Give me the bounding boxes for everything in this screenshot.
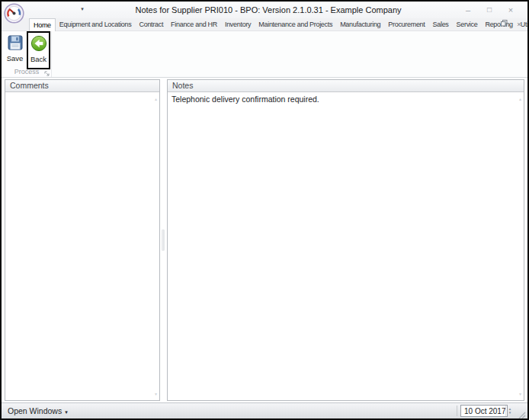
scroll-down-icon[interactable]: ▾ bbox=[519, 392, 521, 396]
tab-sales[interactable]: Sales bbox=[429, 18, 453, 30]
tab-maintenance-and-projects[interactable]: Maintenance and Projects bbox=[255, 18, 336, 30]
tab-finance-and-hr[interactable]: Finance and HR bbox=[167, 18, 221, 30]
comments-textarea[interactable] bbox=[5, 92, 159, 400]
minimize-icon: – bbox=[466, 5, 470, 14]
mdi-window-controls: – × bbox=[484, 20, 524, 29]
comments-panel: Comments ▴ ▾ bbox=[5, 79, 160, 401]
back-button-label: Back bbox=[30, 55, 46, 63]
close-button[interactable]: × bbox=[500, 2, 521, 18]
maximize-icon: □ bbox=[487, 5, 492, 14]
save-button-label: Save bbox=[7, 54, 24, 63]
notes-textarea[interactable]: Telephonic delivery confirmation require… bbox=[168, 92, 524, 400]
scroll-up-icon[interactable]: ▴ bbox=[155, 97, 157, 101]
notes-panel: Notes Telephonic delivery confirmation r… bbox=[167, 79, 524, 401]
tab-home[interactable]: Home bbox=[29, 18, 56, 31]
date-spinner: ▲ ▼ bbox=[505, 406, 513, 416]
tab-contract[interactable]: Contract bbox=[135, 18, 167, 30]
close-icon: × bbox=[517, 21, 521, 28]
panel-splitter[interactable] bbox=[161, 79, 166, 401]
quick-access-dropdown-button[interactable]: ▾ bbox=[77, 4, 88, 14]
ribbon-tab-row: Home Equipment and Locations Contract Fi… bbox=[2, 18, 527, 31]
status-bar: Open Windows▾ 10 Oct 2017 ▲ ▼ bbox=[2, 402, 527, 418]
resize-grip[interactable] bbox=[518, 409, 526, 417]
save-icon bbox=[7, 34, 24, 51]
app-window: ▾ Notes for Supplier PRI010 - BPO: Versi… bbox=[0, 0, 529, 420]
notes-panel-header: Notes bbox=[168, 80, 524, 92]
restore-icon bbox=[501, 21, 508, 28]
scroll-down-icon[interactable]: ▾ bbox=[155, 392, 157, 396]
spin-down-icon[interactable]: ▼ bbox=[508, 411, 511, 415]
back-icon bbox=[30, 35, 47, 52]
back-button[interactable]: Back bbox=[27, 31, 50, 69]
date-value: 10 Oct 2017 bbox=[461, 407, 505, 415]
workspace: Comments ▴ ▾ Notes Telephonic delivery c… bbox=[2, 78, 527, 402]
open-windows-button[interactable]: Open Windows▾ bbox=[8, 403, 68, 418]
tab-inventory[interactable]: Inventory bbox=[221, 18, 255, 30]
tab-procurement[interactable]: Procurement bbox=[384, 18, 428, 30]
dialog-launcher-button[interactable] bbox=[44, 69, 50, 75]
date-field[interactable]: 10 Oct 2017 ▲ ▼ bbox=[460, 405, 508, 417]
minimize-button[interactable]: – bbox=[457, 2, 479, 18]
ribbon-group-process: Save Back bbox=[2, 31, 52, 77]
ribbon-group-footer: Process bbox=[2, 67, 52, 77]
open-windows-label: Open Windows bbox=[8, 406, 62, 415]
app-logo-icon[interactable] bbox=[4, 3, 24, 24]
ribbon: Save Back bbox=[2, 31, 527, 78]
window-controls: – □ × bbox=[457, 2, 521, 18]
maximize-button[interactable]: □ bbox=[479, 2, 500, 18]
save-button[interactable]: Save bbox=[4, 32, 26, 69]
chevron-down-icon: ▾ bbox=[81, 6, 84, 11]
splitter-handle-icon bbox=[162, 229, 165, 251]
close-icon: × bbox=[508, 5, 513, 14]
window-title: Notes for Supplier PRI010 - BPO: Version… bbox=[93, 2, 444, 18]
process-group-label: Process bbox=[14, 68, 40, 75]
comments-panel-header: Comments bbox=[5, 80, 159, 92]
tab-service[interactable]: Service bbox=[453, 18, 482, 30]
mdi-restore-button[interactable] bbox=[499, 20, 508, 29]
statusbar-separator bbox=[457, 406, 457, 416]
minimize-icon: – bbox=[486, 21, 490, 28]
scroll-up-icon[interactable]: ▴ bbox=[519, 97, 521, 101]
tab-manufacturing[interactable]: Manufacturing bbox=[336, 18, 384, 30]
chevron-down-icon: ▾ bbox=[65, 409, 68, 415]
title-bar: ▾ Notes for Supplier PRI010 - BPO: Versi… bbox=[2, 2, 527, 18]
mdi-minimize-button[interactable]: – bbox=[484, 20, 493, 29]
mdi-close-button[interactable]: × bbox=[515, 20, 524, 29]
tab-equipment-and-locations[interactable]: Equipment and Locations bbox=[56, 18, 136, 30]
